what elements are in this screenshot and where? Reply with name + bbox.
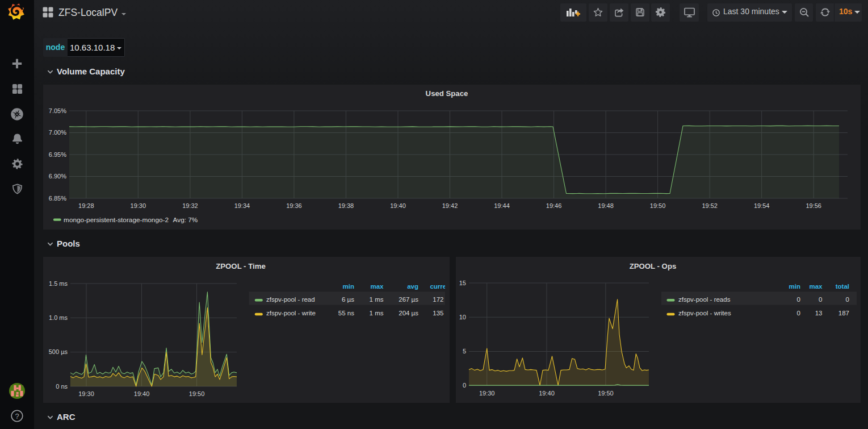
svg-text:1.0 ms: 1.0 ms [49, 314, 68, 321]
svg-text:55 ns: 55 ns [338, 310, 354, 316]
svg-text:500 µs: 500 µs [49, 348, 68, 355]
svg-text:267 µs: 267 µs [399, 296, 418, 303]
svg-text:ZPOOL - Ops: ZPOOL - Ops [630, 262, 677, 270]
svg-text:19:38: 19:38 [338, 202, 354, 209]
svg-text:19:34: 19:34 [234, 202, 250, 209]
svg-text:19:46: 19:46 [546, 202, 562, 209]
svg-text:1.5 ms: 1.5 ms [49, 280, 68, 287]
svg-text:Avg: 7%: Avg: 7% [173, 216, 198, 224]
svg-text:max: max [370, 283, 384, 290]
svg-text:zfspv-pool - read: zfspv-pool - read [266, 296, 315, 303]
svg-text:19:40: 19:40 [134, 390, 150, 397]
svg-text:19:48: 19:48 [598, 202, 614, 209]
svg-text:187: 187 [838, 310, 849, 316]
svg-text:13: 13 [815, 310, 823, 316]
svg-text:0: 0 [846, 296, 849, 303]
svg-text:total: total [836, 283, 849, 290]
svg-text:19:40: 19:40 [390, 202, 406, 209]
svg-text:19:50: 19:50 [189, 390, 205, 397]
svg-text:1 ms: 1 ms [370, 296, 384, 303]
svg-text:6.95%: 6.95% [49, 151, 66, 158]
svg-text:Used Space: Used Space [426, 89, 468, 98]
svg-text:19:54: 19:54 [754, 202, 770, 209]
svg-text:0: 0 [819, 296, 822, 303]
svg-text:19:50: 19:50 [650, 202, 666, 209]
svg-text:?: ? [15, 412, 19, 420]
svg-text:7.05%: 7.05% [49, 107, 66, 114]
svg-text:zfspv-pool - write: zfspv-pool - write [266, 310, 316, 316]
svg-text:0: 0 [797, 310, 800, 316]
svg-text:19:30: 19:30 [78, 390, 94, 397]
svg-text:15: 15 [459, 280, 466, 286]
svg-text:zfspv-pool - writes: zfspv-pool - writes [678, 310, 731, 316]
svg-text:min: min [343, 283, 354, 290]
svg-text:19:52: 19:52 [702, 202, 718, 209]
svg-text:6.90%: 6.90% [49, 173, 66, 180]
svg-text:7.00%: 7.00% [49, 129, 66, 136]
svg-text:5: 5 [463, 348, 466, 355]
svg-text:1 ms: 1 ms [370, 310, 384, 316]
svg-text:10: 10 [459, 314, 466, 320]
svg-text:max: max [809, 283, 823, 290]
svg-text:ZPOOL - Time: ZPOOL - Time [216, 262, 265, 270]
svg-text:19:56: 19:56 [806, 202, 821, 209]
svg-text:6.85%: 6.85% [49, 195, 66, 202]
svg-text:zfspv-pool - reads: zfspv-pool - reads [678, 296, 731, 303]
svg-text:19:28: 19:28 [78, 202, 94, 209]
svg-text:19:42: 19:42 [442, 202, 458, 209]
svg-text:0: 0 [463, 382, 466, 389]
svg-text:19:36: 19:36 [286, 202, 302, 209]
svg-text:avg: avg [407, 283, 418, 290]
svg-text:19:32: 19:32 [182, 202, 198, 209]
svg-text:0 ns: 0 ns [56, 383, 68, 390]
svg-text:6 µs: 6 µs [342, 296, 354, 303]
svg-text:19:30: 19:30 [479, 390, 495, 397]
svg-text:19:50: 19:50 [598, 390, 614, 397]
svg-text:min: min [789, 283, 800, 290]
svg-text:mongo-persistent-storage-mongo: mongo-persistent-storage-mongo-2 [64, 216, 169, 224]
svg-text:19:40: 19:40 [539, 390, 555, 397]
svg-text:0: 0 [797, 296, 800, 303]
svg-text:19:44: 19:44 [494, 202, 510, 209]
svg-text:19:30: 19:30 [131, 202, 146, 209]
svg-text:204 µs: 204 µs [399, 310, 418, 316]
